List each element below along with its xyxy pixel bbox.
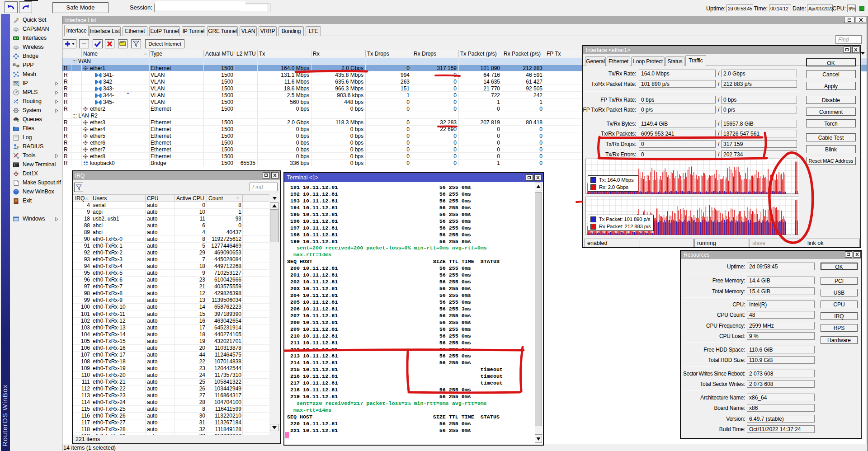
svg-text:255: 255	[14, 82, 19, 85]
